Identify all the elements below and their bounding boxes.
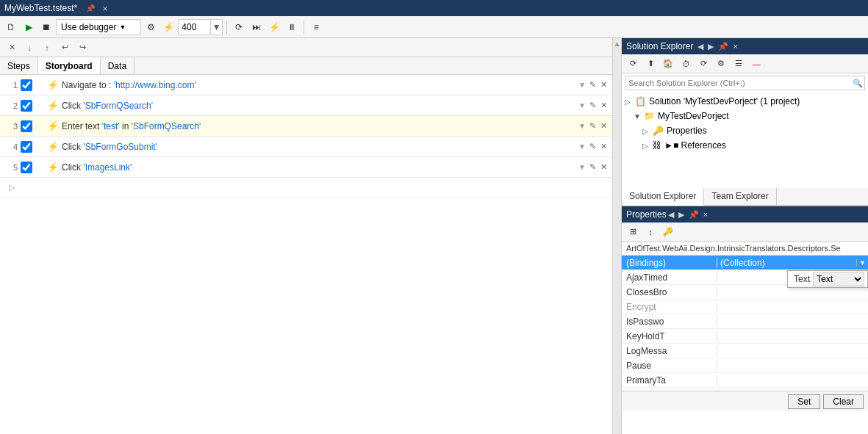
- tree-item-project[interactable]: ▼ 📁 MyTestDevPorject: [622, 109, 868, 123]
- solution-explorer-header: Solution Explorer ◀ ▶ 📌 ×: [622, 38, 868, 54]
- step-edit-icon[interactable]: ✎: [587, 79, 598, 91]
- tab-team-explorer[interactable]: Team Explorer: [704, 188, 776, 205]
- title-close-btn[interactable]: ×: [102, 3, 108, 14]
- se-tool-icon-1[interactable]: ⟳: [625, 56, 641, 72]
- props-tool-key[interactable]: 🔑: [660, 224, 676, 240]
- props-tool-alphabetical[interactable]: ↕: [642, 224, 659, 240]
- run-icon[interactable]: ▶: [21, 19, 37, 35]
- props-row-primaryta[interactable]: PrimaryTa: [622, 373, 868, 388]
- step-close-icon[interactable]: ✕: [598, 120, 609, 132]
- step-text: Click 'ImagesLink': [62, 162, 577, 173]
- clear-button[interactable]: Clear: [823, 394, 864, 409]
- tab-storyboard[interactable]: Storyboard: [38, 57, 101, 74]
- se-tool-icon-3[interactable]: 🏠: [660, 56, 676, 72]
- step-action-redo[interactable]: ↪: [75, 40, 90, 55]
- step-link[interactable]: 'SbFormQSearch': [83, 101, 153, 111]
- step-action-x[interactable]: ✕: [4, 40, 19, 55]
- props-row-runsagai-1[interactable]: RunsAgai: [622, 388, 868, 391]
- list-icon[interactable]: ≡: [308, 19, 324, 35]
- step-checkbox[interactable]: [21, 141, 32, 153]
- step-action-undo[interactable]: ↩: [57, 40, 72, 55]
- props-row-bindings[interactable]: (Bindings) (Collection) ▼: [622, 256, 868, 270]
- tree-expand-icon: ▷: [642, 142, 651, 150]
- se-tool-icon-6[interactable]: ⚙: [713, 56, 729, 72]
- search-icon[interactable]: 🔍: [851, 76, 864, 90]
- settings-icon[interactable]: ⚙: [143, 19, 159, 35]
- step-link-2[interactable]: 'SbFormQSearch': [132, 121, 201, 131]
- se-tool-icon-7[interactable]: ☰: [731, 56, 747, 72]
- step-link[interactable]: 'test': [102, 121, 120, 131]
- step-checkbox[interactable]: [21, 162, 32, 173]
- tree-item-properties[interactable]: ▷ 🔑 Properties: [622, 123, 868, 138]
- bindings-value-area: (Collection) ▼: [717, 258, 868, 268]
- se-header-arrow-right[interactable]: ▶: [706, 42, 715, 51]
- se-header-pin[interactable]: 📌: [717, 42, 730, 51]
- props-row-pause[interactable]: Pause: [622, 358, 868, 373]
- se-search-input[interactable]: [625, 79, 851, 87]
- step-edit-icon[interactable]: ✎: [587, 99, 598, 112]
- props-row-keyholdt[interactable]: KeyHoldT: [622, 329, 868, 344]
- step-dropdown-arrow[interactable]: ▼: [577, 79, 587, 90]
- step-checkbox[interactable]: [21, 79, 32, 91]
- refresh-icon[interactable]: ⟳: [231, 19, 247, 35]
- zoom-input[interactable]: 400: [178, 19, 211, 35]
- step-close-icon[interactable]: ✕: [598, 161, 609, 173]
- tab-data[interactable]: Data: [101, 57, 134, 74]
- props-header-arrow-right[interactable]: ▶: [677, 210, 686, 220]
- step-close-icon[interactable]: ✕: [598, 99, 609, 112]
- se-tool-icon-8[interactable]: —: [748, 56, 764, 72]
- step-forward-icon[interactable]: ⏭: [248, 19, 265, 35]
- props-row-encrypt[interactable]: Encrypt: [622, 300, 868, 314]
- step-dropdown-arrow[interactable]: ▼: [577, 120, 587, 131]
- step-checkbox[interactable]: [21, 120, 32, 132]
- se-header-close[interactable]: ×: [731, 42, 739, 51]
- step-dropdown-arrow[interactable]: ▼: [577, 162, 587, 173]
- step-lightning-icon: ⚡: [47, 141, 59, 152]
- step-action-down[interactable]: ↓: [22, 40, 37, 55]
- tab-solution-explorer[interactable]: Solution Explorer: [622, 188, 704, 206]
- step-text: Click 'SbFormGoSubmit': [62, 142, 577, 152]
- step-link[interactable]: 'ImagesLink': [83, 162, 132, 173]
- se-header-arrow-left[interactable]: ◀: [696, 42, 705, 51]
- zoom-dropdown-btn[interactable]: ▼: [211, 19, 223, 35]
- tree-item-references[interactable]: ▷ ⛓ ►■ References: [622, 138, 868, 153]
- props-header-close[interactable]: ×: [702, 210, 709, 220]
- project-icon: 📁: [644, 111, 655, 121]
- step-dropdown-arrow[interactable]: ▼: [577, 141, 587, 152]
- se-tool-icon-4[interactable]: ⏱: [678, 56, 694, 72]
- properties-icon: 🔑: [653, 126, 664, 136]
- step-link[interactable]: 'SbFormGoSubmit': [83, 142, 157, 152]
- step-edit-icon[interactable]: ✎: [587, 120, 598, 132]
- step-link[interactable]: 'http://www.bing.com': [114, 80, 196, 90]
- title-pin-icon[interactable]: 📌: [86, 4, 95, 12]
- se-tool-icon-5[interactable]: ⟳: [695, 56, 711, 72]
- tree-item-solution[interactable]: ▷ 📋 Solution 'MyTestDevPorject' (1 proje…: [622, 94, 868, 109]
- props-row-ispasswo[interactable]: IsPasswo: [622, 314, 868, 329]
- props-row-logmessa[interactable]: LogMessa: [622, 344, 868, 358]
- main-toolbar: 🗋 ▶ ⏹ Use debugger ▼ ⚙ ⚡ 400 ▼ ⟳ ⏭ ⚡ ⏸ ≡: [0, 16, 868, 38]
- tab-steps[interactable]: Steps: [0, 57, 38, 74]
- scroll-up-arrow[interactable]: ▲: [614, 40, 621, 48]
- step-edit-icon[interactable]: ✎: [587, 161, 598, 173]
- step-close-icon[interactable]: ✕: [598, 140, 609, 153]
- step-action-up[interactable]: ↑: [40, 40, 54, 55]
- step-edit-icon[interactable]: ✎: [587, 140, 598, 153]
- config-icon[interactable]: ⚡: [160, 19, 176, 35]
- record-icon[interactable]: ⚡: [266, 19, 282, 35]
- debug-dropdown[interactable]: Use debugger ▼: [56, 19, 141, 35]
- step-dropdown-arrow[interactable]: ▼: [577, 100, 587, 111]
- props-header-arrow-left[interactable]: ◀: [667, 210, 675, 220]
- step-close-icon[interactable]: ✕: [598, 79, 609, 91]
- add-step-hint[interactable]: ▷: [3, 181, 21, 194]
- se-tool-icon-2[interactable]: ⬆: [642, 56, 659, 72]
- props-key-closesbro: ClosesBro: [622, 287, 717, 297]
- step-checkbox[interactable]: [21, 100, 32, 112]
- stop-icon[interactable]: ⏹: [38, 19, 54, 35]
- set-button[interactable]: Set: [788, 394, 820, 409]
- new-icon[interactable]: 🗋: [3, 19, 19, 35]
- props-header-pin[interactable]: 📌: [687, 210, 700, 220]
- pause-icon[interactable]: ⏸: [284, 19, 300, 35]
- text-type-select[interactable]: Text: [813, 272, 864, 286]
- bindings-dropdown-btn[interactable]: ▼: [856, 259, 868, 267]
- props-tool-categorized[interactable]: ⊞: [625, 224, 641, 240]
